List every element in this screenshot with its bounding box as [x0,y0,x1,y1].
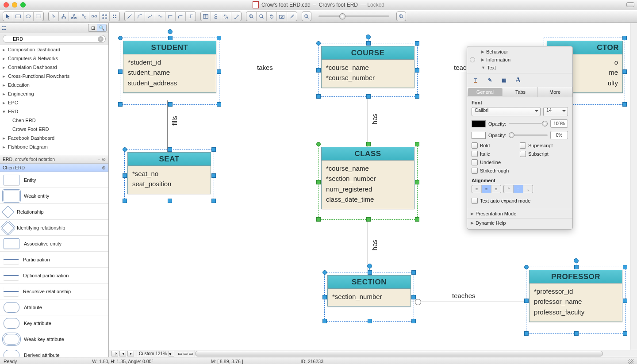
tree-item[interactable]: ▸Composition Dashboard [0,45,108,54]
zoom-slider-knob[interactable] [339,13,345,19]
view-mode-3-icon[interactable]: ▭ [188,351,193,356]
inspector-group-behaviour[interactable]: ▶Behaviour [478,48,570,56]
chk-super[interactable]: Superscript [520,142,568,149]
tab-more[interactable]: More [538,87,572,97]
v-align-group[interactable]: ⌃ = ⌄ [503,185,533,193]
tab-tabs[interactable]: Tabs [503,87,538,97]
close-icon[interactable] [4,2,9,8]
entity-seat[interactable]: SEAT *seat_no seat_position [127,152,211,194]
inspector-tabs[interactable]: General Tabs More [467,87,572,97]
align-left-icon[interactable]: ≡ [472,185,482,193]
page-first-icon[interactable]: ⎹◂ [111,351,118,356]
stencil-section-1[interactable]: ERD, crow's foot notation ▫⊗ [0,155,108,164]
pointer-tool[interactable] [3,12,13,21]
opacity2-slider[interactable] [509,134,548,136]
minimize-icon[interactable] [12,2,17,8]
elbow-tool[interactable] [165,12,176,21]
chk-bold[interactable]: Bold [472,142,520,149]
tree-item[interactable]: ▸Correlation Dashboard [0,63,108,72]
resize-handle-icon[interactable] [628,359,633,364]
stencil-item[interactable]: Associative entity [0,236,108,252]
round-elbow-tool[interactable] [176,12,186,21]
stencil-item[interactable]: Attribute [0,299,108,315]
tree-item[interactable]: ▸Facebook Dashboard [0,134,108,142]
text-color-swatch[interactable] [472,120,486,127]
pen-tool[interactable] [287,12,297,21]
view-mode-1-icon[interactable]: ▭ [178,351,182,356]
zoom-fit-tool[interactable] [246,12,257,21]
tree-tool-2[interactable] [59,12,69,21]
inspector-panel[interactable]: ▶Behaviour ▶Information ▼Text ⌶ ✎ ▦ A Ge… [467,46,573,230]
entity-student[interactable]: STUDENT *student_id student_name student… [123,41,216,93]
entity-professor[interactable]: PROFESSOR *professor_id professor_name p… [529,270,622,322]
canvas-area[interactable]: takes teaches fills has has teaches STUD… [109,23,637,357]
close-section2-icon[interactable]: ⊗ [102,165,106,170]
chk-italic[interactable]: Italic [472,151,520,157]
ellipse-tool[interactable] [23,12,34,21]
font-icon[interactable]: A [513,76,523,84]
hscroll-thumb[interactable] [195,351,603,356]
smart-connector-tool[interactable] [186,12,196,21]
align-middle-icon[interactable]: = [514,185,523,193]
underline-color-icon[interactable]: ⌶ [471,76,480,84]
tree-tool-3[interactable] [69,12,79,21]
stencil-item[interactable]: Recursive relationship [0,284,108,299]
page-next-icon[interactable]: ▸ [127,351,134,356]
spline-tool[interactable] [155,12,165,21]
tree-tool-4[interactable] [79,12,89,21]
inspector-target-icon[interactable] [470,57,475,62]
snapshot-tool[interactable] [277,12,287,21]
clear-search-icon[interactable]: × [98,36,104,42]
arc-tool[interactable] [135,12,145,21]
stencil-item[interactable]: Derived attribute [0,347,108,357]
cluster-tool[interactable] [110,12,119,21]
zoom-tool[interactable] [257,12,267,21]
h-align-group[interactable]: ≡ ≡ ≡ [472,185,501,193]
entity-section[interactable]: SECTION *section_number [327,275,411,307]
grid-view-icon[interactable]: ⊞ [88,24,97,31]
zoom-in-button[interactable] [396,11,406,21]
conn-fills[interactable] [167,100,168,153]
opacity1-slider[interactable] [509,123,548,124]
table-icon[interactable]: ▦ [499,76,509,84]
stencil-item[interactable]: Weak entity [0,188,108,204]
opacity2-value[interactable]: 0% [550,131,568,139]
inspector-group-information[interactable]: ▶Information [478,56,570,64]
stamp-tool[interactable] [211,12,221,21]
tree-item[interactable]: ▸EPC [0,98,108,107]
close-section-icon[interactable]: ⊗ [102,157,106,162]
sidebar-view-toggle[interactable]: ⊞ 🔍 [88,24,107,32]
rotate-handle-icon[interactable] [168,29,173,34]
zoom-icon[interactable] [20,2,26,8]
hand-tool[interactable] [267,12,277,21]
hscroll-track[interactable] [195,350,637,357]
stencil-list[interactable]: EntityWeak entityRelationshipIdentifying… [0,172,108,357]
tree-item[interactable]: ▸Education [0,80,108,89]
zoom-dropdown-icon[interactable]: ▾ [169,351,174,356]
bg-color-swatch[interactable] [472,132,486,139]
rotate-handle-icon[interactable] [366,34,371,39]
fill-tool[interactable] [221,12,231,21]
line-tool[interactable] [125,12,135,21]
tree-item[interactable]: ▾ERD [0,107,108,116]
tree-item[interactable]: Chen ERD [0,116,108,125]
stencil-item[interactable]: Weak key attribute [0,331,108,347]
tree-item[interactable]: ▸Engineering [0,89,108,98]
conn-has2[interactable] [368,218,368,275]
chk-sub[interactable]: Subscript [520,151,568,157]
search-view-icon[interactable]: 🔍 [97,24,106,31]
inspector-presentation[interactable]: ▶Presentation Mode [467,209,572,218]
tab-general[interactable]: General [468,88,503,96]
table-tool[interactable] [201,12,211,21]
library-tree[interactable]: ▸Composition Dashboard▸Computers & Netwo… [0,45,108,155]
chk-auto-expand[interactable]: Text auto expand mode [472,198,568,204]
stencil-item[interactable]: Key attribute [0,315,108,331]
vertical-scrollbar[interactable] [630,23,637,350]
font-select[interactable]: Calibri [472,107,541,116]
tree-item[interactable]: ▸Fishbone Diagram [0,142,108,151]
search-input[interactable] [3,35,106,43]
align-center-icon[interactable]: ≡ [482,185,491,193]
zoom-slider[interactable] [318,15,389,17]
entity-course[interactable]: COURSE *course_name *course_number [321,46,414,88]
rotate-handle-icon[interactable] [574,258,579,263]
